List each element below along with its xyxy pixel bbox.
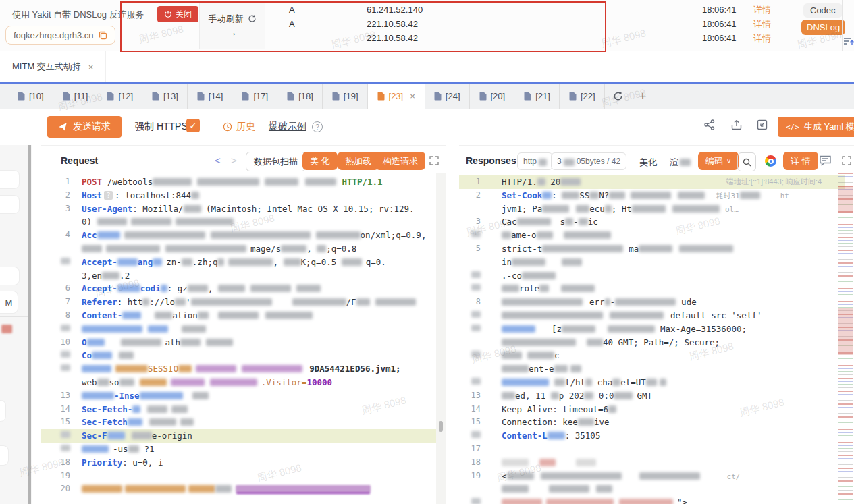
code-line: 13ed, 11 p 202 0:0GMT (459, 389, 845, 403)
close-icon[interactable]: × (410, 91, 415, 101)
file-icon (18, 92, 25, 101)
code-line: ame-o (459, 229, 845, 242)
main-tab-bar: MITM 交互式劫持 × (0, 51, 854, 84)
refresh-tabs-icon[interactable] (605, 84, 631, 109)
file-icon (287, 92, 294, 101)
dnslog-domain-pill[interactable]: foqkezhrqe.dgrh3.cn (5, 26, 115, 45)
editor-tab-11[interactable]: [11] (53, 84, 98, 109)
build-request-button[interactable]: 构造请求 (375, 152, 425, 170)
file-icon (152, 92, 159, 101)
editor-tab-19[interactable]: [19] (323, 84, 368, 109)
fullscreen-icon[interactable] (842, 156, 851, 165)
brute-example-link[interactable]: 爆破示例 (269, 121, 306, 133)
code-line: 5strict-tma (459, 242, 845, 256)
code-line: 40 GMT; Path=/; Secure; (459, 336, 845, 349)
code-line: t/ht chaet=UT (459, 376, 845, 389)
fullscreen-icon[interactable] (429, 156, 439, 165)
packet-scan-button[interactable]: 数据包扫描 (246, 152, 306, 171)
arrow-glyph: → (228, 27, 237, 38)
editor-tab-17[interactable]: [17] (232, 84, 277, 109)
response-header: Responses http 305bytes / 42 美化 渲 编码 ∨ 详… (459, 149, 854, 172)
clipped-field[interactable] (0, 170, 20, 189)
editor-tab-20[interactable]: [20] (470, 84, 515, 109)
editor-tab-23[interactable]: [23]× (368, 84, 425, 109)
manual-refresh-label: 手动刷新 (209, 13, 244, 25)
beautify-link[interactable]: 美化 (639, 157, 657, 169)
comment-icon[interactable] (819, 155, 832, 167)
response-editor[interactable]: 1HTTP/1. 20端地址:[::1]:8443; 响应时间:42Set-Co… (459, 173, 845, 504)
code-line: SESSIO9DA54421ED56.jvm1; (41, 362, 436, 376)
detail-button[interactable]: 详 情 (783, 152, 818, 170)
code-line: "> (459, 496, 845, 504)
generate-yaml-button[interactable]: </> 生成 Yaml 模板 (778, 117, 854, 137)
collapse-list-icon[interactable] (843, 36, 854, 47)
close-icon[interactable]: × (88, 62, 94, 72)
editor-tab-12[interactable]: [12] (97, 84, 142, 109)
clipped-m-badge[interactable]: M (0, 291, 18, 314)
encode-dropdown[interactable]: 编码 ∨ (698, 152, 739, 170)
code-line: 3Cacs-ic (459, 215, 845, 229)
render-link[interactable]: 渲 (670, 157, 691, 169)
export-icon[interactable] (730, 119, 743, 131)
editor-tab-22[interactable]: [22] (560, 84, 605, 109)
dnslog-tab[interactable]: DNSLog (801, 20, 845, 35)
minimap[interactable] (838, 173, 853, 504)
close-dnslog-button[interactable]: 关闭 (157, 6, 198, 22)
scrollbar[interactable] (436, 173, 446, 504)
dnslog-domain: foqkezhrqe.dgrh3.cn (14, 30, 94, 40)
copy-icon[interactable] (99, 31, 107, 40)
editor-tab-10[interactable]: [10] (8, 84, 53, 109)
beautify-button[interactable]: 美 化 (302, 152, 338, 170)
file-icon (434, 92, 442, 101)
clipped-field[interactable] (0, 267, 20, 285)
search-icon[interactable] (737, 152, 756, 171)
request-editor[interactable]: 1POST /webtoolsHTTP/1.12Host?: localhost… (41, 173, 436, 504)
code-line: 7Referer: htt://lo'/F (41, 296, 436, 309)
scrollbar[interactable] (28, 145, 31, 504)
hot-reload-button[interactable]: 热加载 (338, 152, 379, 170)
code-line: 1HTTP/1. 20端地址:[::1]:8443; 响应时间:4 (459, 175, 845, 189)
editor-tab-18[interactable]: [18] (277, 84, 323, 109)
send-request-button[interactable]: 发送请求 (47, 116, 122, 138)
divider (842, 0, 843, 51)
code-line: mage/s, ;q=0.8 (41, 242, 436, 256)
detail-link[interactable]: 详情 (753, 4, 771, 16)
open-in-browser-icon[interactable] (765, 155, 776, 167)
clipped-field[interactable] (0, 445, 9, 466)
protocol-tag: http (517, 152, 553, 170)
refresh-icon (248, 14, 257, 23)
file-icon (107, 92, 114, 101)
editor-tab-21[interactable]: [21] (514, 84, 560, 109)
prev-packet-icon[interactable]: < (215, 155, 221, 166)
code-line: Content-L: 35105 (459, 429, 845, 443)
history-button[interactable]: 历史 (223, 121, 255, 133)
editor-tab-24[interactable]: [24] (425, 84, 470, 109)
code-line: 19<ct/ (459, 470, 845, 483)
codec-tab[interactable]: Codec (803, 3, 843, 18)
response-title: Responses (466, 155, 516, 166)
power-icon (164, 10, 172, 18)
code-line: Accept-angzn-.zh;q, K;q=0.5 q=0. (41, 256, 436, 269)
force-https-label: 强制 HTTPS (135, 121, 188, 133)
code-line (459, 482, 845, 496)
share-icon[interactable] (703, 119, 716, 131)
response-panel: Responses http 305bytes / 42 美化 渲 编码 ∨ 详… (459, 145, 854, 504)
code-line: 13-Inse (41, 389, 436, 403)
force-https-checkbox[interactable]: ✓ (186, 119, 200, 132)
dns-record-table: A61.241.52.140A221.10.58.42221.10.58.42 (270, 3, 608, 45)
tab-mitm[interactable]: MITM 交互式劫持 × (0, 51, 106, 82)
detail-link[interactable]: 详情 (753, 32, 771, 45)
code-line: Sec-Fe-origin (41, 429, 436, 443)
add-tab-icon[interactable]: + (631, 84, 655, 109)
clipped-field[interactable] (0, 195, 20, 214)
editor-tab-13[interactable]: [13] (142, 84, 188, 109)
clipped-field[interactable] (0, 400, 6, 422)
dns-record-row: 221.10.58.42 (270, 31, 608, 45)
detail-link[interactable]: 详情 (753, 18, 771, 30)
manual-refresh-cell[interactable]: 手动刷新 → (199, 1, 265, 49)
next-packet-icon[interactable]: > (231, 155, 237, 166)
editor-tab-14[interactable]: [14] (188, 84, 233, 109)
import-icon[interactable] (756, 119, 768, 131)
code-line: ent-e (459, 362, 845, 376)
editor-tab-bar: [10][11][12][13][14][17][18][19][23]×[24… (0, 84, 854, 109)
